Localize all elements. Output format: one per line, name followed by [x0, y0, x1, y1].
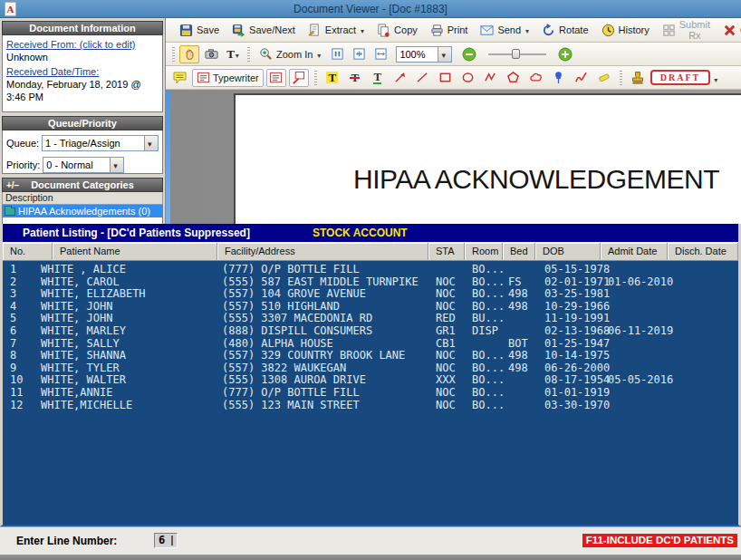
- chevron-down-icon[interactable]: [524, 24, 529, 35]
- table-row[interactable]: 10WHITE, WALTER(555) 1308 AUROA DRIVEXXX…: [3, 374, 738, 387]
- col-disch-date[interactable]: Disch. Date: [668, 243, 738, 260]
- save-button[interactable]: Save: [175, 20, 224, 40]
- table-row[interactable]: 3WHITE, ELIZABETH(557) 104 GROVE AVENUEN…: [3, 288, 738, 301]
- close-icon: [723, 24, 736, 37]
- actual-size-button[interactable]: [327, 45, 347, 63]
- line-number-input[interactable]: 6: [154, 533, 178, 548]
- toolbar-grip[interactable]: [172, 47, 175, 62]
- received-datetime-link[interactable]: Received Date/Time:: [6, 66, 159, 78]
- window-titlebar[interactable]: A Document Viewer - [Doc #1883]: [0, 0, 741, 18]
- table-row[interactable]: 8WHITE, SHANNA(557) 329 COUNTRY BROOK LA…: [3, 350, 738, 362]
- chevron-down-icon[interactable]: [144, 136, 158, 150]
- col-patient-name[interactable]: Patient Name: [53, 243, 217, 260]
- close-button[interactable]: Close: [718, 20, 741, 40]
- category-item-hipaa[interactable]: HIPAA Acknowledgements (0): [3, 205, 162, 217]
- document-viewer-window: A Document Viewer - [Doc #1883] Document…: [0, 0, 741, 560]
- underline-text-tool-button[interactable]: T: [368, 69, 388, 87]
- oval-tool-button[interactable]: [458, 69, 478, 87]
- zoom-in-plus-button[interactable]: [555, 45, 575, 63]
- cell-disch: [675, 288, 738, 301]
- fit-width-button[interactable]: [370, 45, 390, 63]
- snapshot-tool-button[interactable]: [201, 45, 221, 63]
- table-row[interactable]: 9WHITE, TYLER(557) 3822 WAUKEGANNOCBO...…: [3, 362, 738, 375]
- draft-stamp-button[interactable]: DRAFT: [650, 70, 710, 85]
- text-box-tool-button[interactable]: [266, 69, 286, 87]
- document-scroll-strip[interactable]: [166, 90, 170, 224]
- toolbar-grip[interactable]: [247, 47, 250, 62]
- col-dob[interactable]: DOB: [535, 243, 601, 260]
- document-preview-area[interactable]: HIPAA ACKNOWLEDGEMENT: [166, 90, 741, 224]
- zoom-slider-thumb[interactable]: [512, 49, 520, 59]
- chevron-down-icon[interactable]: [235, 47, 239, 61]
- rotate-button[interactable]: Rotate: [537, 20, 592, 40]
- cell-bed: [508, 374, 544, 387]
- cloud-icon: [529, 71, 544, 84]
- chevron-down-icon[interactable]: [438, 47, 451, 62]
- cloud-tool-button[interactable]: [526, 69, 546, 87]
- chevron-down-icon[interactable]: [713, 70, 717, 86]
- col-room[interactable]: Room: [465, 243, 503, 260]
- priority-label: Priority:: [6, 159, 40, 170]
- table-row[interactable]: 12WHITE,MICHELLE(555) 123 MAIN STREETNOC…: [3, 400, 738, 412]
- chevron-down-icon[interactable]: [110, 158, 123, 172]
- select-text-tool-button[interactable]: T: [223, 45, 243, 63]
- extract-button[interactable]: Extract: [303, 20, 369, 40]
- col-no[interactable]: No.: [3, 243, 53, 260]
- col-admit-date[interactable]: Admit Date: [601, 243, 668, 260]
- zoom-slider[interactable]: [488, 53, 546, 55]
- cell-facility: (555) 3307 MACEDONIA RD: [222, 313, 436, 325]
- arrow-tool-button[interactable]: [390, 69, 410, 87]
- cell-name: WHITE,ANNIE: [41, 387, 222, 400]
- enter-line-number-label: Enter Line Number:: [16, 535, 117, 547]
- copy-button[interactable]: Copy: [372, 20, 422, 40]
- table-row[interactable]: 4WHITE, JOHN(557) 510 HIGHLANDNOCBO...49…: [3, 301, 738, 314]
- save-next-button[interactable]: Save/Next: [227, 20, 300, 40]
- table-row[interactable]: 5WHITE, JOHN(555) 3307 MACEDONIA RDREDBU…: [3, 313, 738, 325]
- polyline-tool-button[interactable]: [481, 69, 501, 87]
- hand-tool-button[interactable]: [179, 45, 199, 63]
- highlight-text-tool-button[interactable]: T: [322, 69, 342, 87]
- chevron-down-icon[interactable]: [316, 49, 321, 60]
- col-facility-address[interactable]: Facility/Address: [217, 243, 428, 260]
- cell-admit: 01-06-2010: [608, 276, 675, 289]
- submit-rx-button[interactable]: Submit Rx: [658, 20, 715, 40]
- add-remove-category-icon[interactable]: [6, 179, 19, 192]
- rectangle-tool-button[interactable]: [436, 69, 456, 87]
- pushpin-tool-button[interactable]: [549, 69, 569, 87]
- stamp-tool-button[interactable]: [628, 69, 648, 87]
- chevron-down-icon[interactable]: [360, 24, 364, 35]
- history-button[interactable]: History: [597, 20, 654, 40]
- sticky-note-tool-button[interactable]: [169, 69, 189, 87]
- zoom-out-button[interactable]: [459, 45, 479, 63]
- fit-page-button[interactable]: [349, 45, 369, 63]
- cell-bed: BOT: [508, 338, 544, 351]
- zoom-level-combobox[interactable]: 100%: [396, 46, 452, 63]
- queue-select[interactable]: 1 - Triage/Assign: [42, 135, 159, 151]
- zoom-in-button[interactable]: Zoom In: [255, 44, 325, 64]
- table-row[interactable]: 11WHITE,ANNIE(777) O/P BOTTLE FILLNOCBO.…: [3, 387, 738, 400]
- table-row[interactable]: 7WHITE, SALLY(480) ALPHA HOUSECB1BOT01-2…: [3, 338, 738, 351]
- send-button[interactable]: Send: [476, 20, 534, 40]
- typewriter-tool-button[interactable]: Typewriter: [192, 69, 264, 87]
- col-sta[interactable]: STA: [428, 243, 465, 260]
- table-row[interactable]: 6WHITE, MARLEY(888) DISPILL CONSUMERSGR1…: [3, 325, 738, 338]
- priority-select[interactable]: 0 - Normal: [43, 157, 124, 173]
- table-row[interactable]: 2WHITE, CAROL(555) 587 EAST MIDDLE TURNP…: [3, 276, 738, 289]
- toolbar-grip[interactable]: [314, 71, 317, 85]
- col-bed[interactable]: Bed: [503, 243, 535, 260]
- zoom-plus-icon: [558, 47, 573, 62]
- strikeout-text-tool-button[interactable]: T: [345, 69, 365, 87]
- received-from-link[interactable]: Received From: (click to edit): [6, 39, 159, 51]
- cell-no: 2: [3, 276, 41, 289]
- cell-bed: [508, 313, 544, 325]
- print-button[interactable]: Print: [426, 20, 473, 40]
- line-tool-button[interactable]: [413, 69, 433, 87]
- polygon-tool-button[interactable]: [504, 69, 524, 87]
- f11-include-dcd-patients-badge[interactable]: F11-INCLUDE DC'D PATIENTS: [582, 534, 737, 547]
- highlighter-tool-button[interactable]: [594, 69, 614, 87]
- toolbar-grip[interactable]: [620, 71, 622, 85]
- cell-dob: 11-19-1991: [544, 313, 608, 325]
- table-row[interactable]: 1WHITE , ALICE(777) O/P BOTTLE FILLBO...…: [3, 264, 738, 276]
- callout-tool-button[interactable]: [289, 69, 309, 87]
- ink-signature-tool-button[interactable]: [572, 69, 592, 87]
